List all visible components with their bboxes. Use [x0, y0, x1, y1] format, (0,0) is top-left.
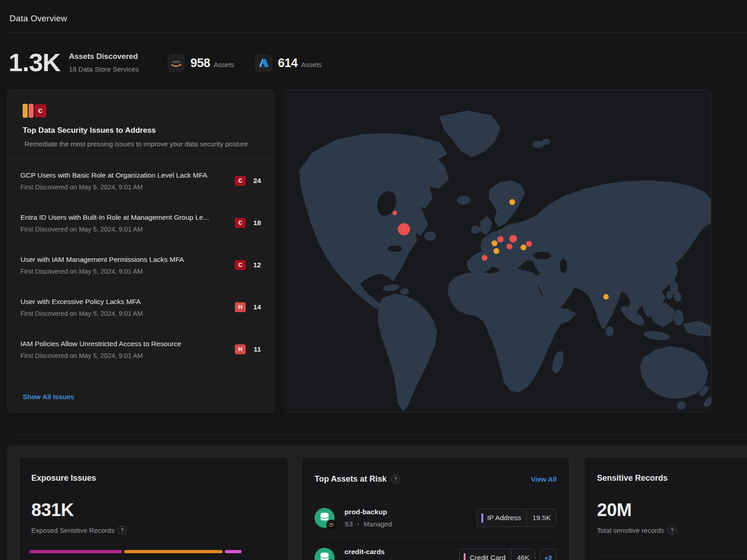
top-assets-at-risk-card: Top Assets at Risk ? View All aws: [301, 457, 570, 560]
exposure-issues-title: Exposure Issues: [31, 473, 96, 483]
assets-discovered-count: 1.3K: [9, 50, 60, 75]
top-issues-title: Top Data Security Issues to Address: [23, 126, 156, 135]
top-issues-subtitle: Remediate the most pressing issues to im…: [24, 140, 248, 148]
issue-count: 12: [246, 261, 261, 269]
map-marker-orange[interactable]: [521, 245, 527, 251]
header-divider: [10, 32, 747, 33]
exposure-distribution-bar: [29, 550, 243, 553]
page-title: Data Overview: [10, 14, 67, 24]
aws-mini-badge-icon: aws: [326, 520, 336, 530]
issue-title: Entra ID Users with Built-In Role at Man…: [20, 213, 228, 222]
exposure-issues-card: Exposure Issues 831K Exposed Sensitive R…: [19, 457, 288, 560]
issue-title: IAM Policies Allow Unrestricted Access t…: [20, 340, 228, 348]
map-marker-red[interactable]: [509, 235, 517, 243]
datastore-icon: aws: [315, 548, 335, 560]
azure-assets-stat: 614Assets: [255, 55, 322, 72]
map-marker-red[interactable]: [497, 236, 504, 242]
help-icon[interactable]: ?: [668, 526, 676, 535]
assets-discovered-label: Assets Discovered: [69, 52, 138, 61]
tag-accent-bar: [481, 513, 483, 523]
issue-row[interactable]: IAM Policies Allow Unrestricted Access t…: [8, 328, 274, 371]
aws-asset-unit: Assets: [214, 61, 234, 68]
top-issues-header: C Top Data Security Issues to Address Re…: [8, 90, 274, 159]
issue-date: First Discovered on May 5, 2024, 9:01 AM: [20, 310, 228, 317]
world-map-card: [286, 90, 712, 412]
map-marker-orange[interactable]: [603, 294, 609, 299]
map-marker-red[interactable]: [393, 211, 397, 215]
sensitive-records-label: Total sensitive records: [597, 526, 664, 534]
sensitive-data-tag: Credit Card 46K: [459, 549, 535, 560]
tag-label: Credit Card: [470, 554, 505, 560]
world-map: [286, 90, 712, 412]
sensitive-data-tag: IP Address 19.5K: [477, 509, 557, 527]
issue-title: GCP Users with Basic Role at Organizatio…: [20, 171, 228, 179]
issue-date: First Discovered on May 5, 2024, 9:01 AM: [20, 226, 228, 233]
azure-asset-unit: Assets: [301, 61, 322, 68]
map-marker-red[interactable]: [398, 223, 410, 236]
more-tags-badge[interactable]: +2: [540, 549, 557, 560]
asset-name: credit-cards: [344, 548, 459, 556]
sensitive-records-card: Sensitive Records 20M Total sensitive re…: [584, 457, 747, 560]
asset-name: prod-backup: [344, 508, 477, 516]
issue-count: 11: [246, 345, 261, 353]
map-marker-red[interactable]: [526, 241, 532, 247]
issue-date: First Discovered on May 5, 2024, 9:01 AM: [20, 352, 228, 359]
tag-label: IP Address: [487, 514, 521, 522]
help-icon[interactable]: ?: [118, 526, 126, 535]
severity-stack-icon: C: [23, 104, 46, 118]
svg-text:aws: aws: [330, 523, 334, 525]
exposure-bar-segment: [225, 550, 242, 553]
top-issues-card: C Top Data Security Issues to Address Re…: [7, 90, 274, 412]
severity-badge: C: [235, 218, 246, 228]
issue-count: 24: [246, 177, 261, 185]
issue-row[interactable]: User with IAM Management Permissions Lac…: [8, 244, 274, 286]
sensitive-records-value: 20M: [597, 500, 631, 520]
issue-row[interactable]: GCP Users with Basic Role at Organizatio…: [8, 160, 274, 202]
azure-icon: [255, 55, 272, 72]
datastore-icon: aws: [315, 508, 335, 528]
azure-asset-count: 614: [278, 56, 298, 70]
dot-separator: [357, 523, 359, 525]
severity-badge: H: [235, 344, 246, 354]
issue-title: User with Excessive Policy Lacks MFA: [20, 298, 228, 306]
tag-accent-bar: [464, 553, 466, 560]
map-marker-red[interactable]: [482, 255, 488, 261]
exposure-bar-segment: [29, 550, 122, 553]
records-divider: [597, 555, 747, 556]
exposure-issues-value: 831K: [31, 500, 74, 520]
map-marker-orange[interactable]: [494, 248, 500, 254]
issue-date: First Discovered on May 5, 2024, 9:01 AM: [20, 268, 228, 275]
view-all-link[interactable]: View All: [531, 475, 557, 483]
asset-row[interactable]: aws prod-backup S3 Managed IP Address 19…: [315, 498, 557, 538]
data-store-services-label: 18 Data Store Services: [69, 65, 139, 73]
issue-row[interactable]: User with Excessive Policy Lacks MFA Fir…: [8, 286, 274, 328]
exposure-issues-label: Exposed Sensitive Records: [31, 526, 114, 534]
severity-badge: H: [235, 302, 246, 312]
severity-badge: C: [235, 260, 246, 270]
issue-row[interactable]: Entra ID Users with Built-In Role at Man…: [8, 202, 274, 244]
top-assets-title: Top Assets at Risk: [315, 474, 387, 484]
asset-row[interactable]: aws credit-cards S3 Managed Credit Card …: [315, 538, 557, 560]
issue-title: User with IAM Management Permissions Lac…: [20, 256, 228, 264]
map-marker-orange[interactable]: [509, 199, 515, 205]
severity-badge: C: [235, 176, 246, 186]
issue-count: 14: [246, 303, 261, 311]
tag-value: 19.5K: [526, 509, 556, 526]
aws-assets-stat: aws 958Assets: [168, 55, 234, 72]
help-icon[interactable]: ?: [391, 475, 400, 483]
exposure-bar-segment: [124, 550, 222, 553]
aws-asset-count: 958: [190, 56, 210, 70]
show-all-issues-link[interactable]: Show All Issues: [23, 393, 74, 401]
tag-value: 46K: [511, 549, 535, 560]
sensitive-records-title: Sensitive Records: [597, 473, 668, 483]
asset-status: Managed: [364, 520, 392, 528]
aws-icon: aws: [168, 55, 184, 72]
issue-count: 18: [246, 219, 261, 227]
map-marker-red[interactable]: [507, 244, 513, 250]
section-divider: [10, 434, 747, 435]
issue-date: First Discovered on May 5, 2024, 9:01 AM: [20, 183, 228, 191]
svg-text:aws: aws: [172, 59, 180, 64]
map-marker-orange[interactable]: [492, 241, 498, 246]
asset-type: S3: [344, 520, 353, 528]
